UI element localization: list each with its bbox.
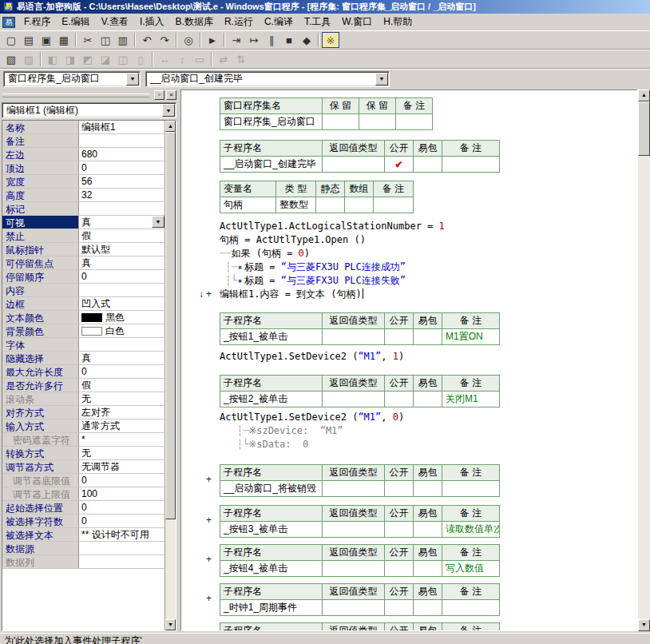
expand-toggle-icon[interactable]: +	[206, 474, 212, 485]
property-row[interactable]: 字体	[2, 338, 164, 352]
property-row[interactable]: 调节器方式无调节器	[2, 460, 164, 474]
dropdown-arrow-icon[interactable]: ▼	[152, 216, 164, 228]
code-table-cell[interactable]	[323, 561, 385, 577]
code-table-cell[interactable]	[323, 114, 359, 130]
align-right-icon[interactable]: ◨	[61, 51, 79, 67]
form-designer-icon[interactable]: ▧	[2, 51, 20, 67]
code-line[interactable]: ActUtlType1.ActLogicalStationNumber = 1	[220, 220, 445, 233]
dropdown-arrow-icon[interactable]: ▼	[162, 104, 175, 117]
code-table-cell[interactable]: _按钮1_被单击	[220, 329, 323, 345]
code-line[interactable]: 编辑框1.内容 = 到文本 (句柄)	[220, 288, 363, 301]
property-row[interactable]: 对齐方式左对齐	[2, 406, 164, 419]
code-table-cell[interactable]	[396, 114, 433, 130]
code-table-cell[interactable]	[385, 481, 414, 497]
insert-marker-icon[interactable]: ↓	[199, 288, 204, 300]
code-table-cell[interactable]	[323, 481, 385, 497]
save-all-icon[interactable]: ▦	[55, 32, 73, 48]
property-row[interactable]: 停留顺序0	[2, 270, 164, 284]
dropdown-arrow-icon[interactable]: ▼	[126, 73, 139, 85]
property-row[interactable]: 顶边0	[2, 161, 164, 175]
hand-tool-icon[interactable]: ◆	[298, 32, 315, 48]
code-table-cell[interactable]	[323, 329, 385, 345]
scroll-up-icon[interactable]: ▲	[165, 121, 176, 132]
menu-item-7[interactable]: C.编译	[259, 14, 299, 30]
code-table-cell[interactable]: M1置ON	[442, 329, 500, 345]
paste-icon[interactable]: ▥	[114, 32, 132, 48]
code-table-cell[interactable]: _按钮2_被单击	[220, 392, 323, 407]
code-table-cell[interactable]	[414, 329, 442, 345]
property-row[interactable]: 隐藏选择真	[2, 352, 164, 365]
code-table-cell[interactable]: 关闭M1	[442, 392, 500, 407]
center-horizontal-icon[interactable]: ◫	[114, 51, 132, 67]
property-row[interactable]: 数据列	[2, 555, 164, 569]
property-row[interactable]: 是否允许多行假	[2, 379, 164, 392]
code-line[interactable]: ┆└※sData: 0	[220, 438, 308, 451]
redo-icon[interactable]: ↷	[156, 32, 173, 48]
component-selector-combo[interactable]: 编辑框1 (编辑框) ▼	[2, 102, 176, 118]
property-row[interactable]: 背景颜色白色	[2, 324, 164, 338]
code-line[interactable]: ┆┄▪标题 = “与三菱FX3U PLC连接成功”	[220, 260, 406, 274]
scroll-down-icon[interactable]: ▼	[638, 619, 650, 631]
code-table-cell[interactable]	[323, 392, 385, 407]
code-table-cell[interactable]: 读取数值单次读取	[442, 522, 500, 538]
code-table-cell[interactable]	[414, 600, 442, 616]
code-table-cell[interactable]: __启动窗口_创建完毕	[220, 157, 323, 173]
center-vertical-icon[interactable]: ▯	[132, 51, 149, 67]
save-icon[interactable]: ▣	[38, 32, 55, 48]
code-table-cell[interactable]: _按钮3_被单击	[220, 522, 323, 538]
same-height-icon[interactable]: ↕	[173, 51, 191, 67]
event-handler-combo[interactable]: __启动窗口_创建完毕 ▼	[145, 71, 390, 87]
property-row[interactable]: 输入方式通常方式	[2, 419, 164, 433]
copy-icon[interactable]: ◫	[97, 32, 114, 48]
code-table-cell[interactable]	[414, 561, 442, 577]
space-vertical-icon[interactable]: ⇅	[232, 51, 250, 67]
menu-item-9[interactable]: W.窗口	[336, 14, 378, 30]
property-row[interactable]: 数据源	[2, 542, 164, 555]
menu-item-5[interactable]: B.数据库	[170, 14, 219, 30]
property-row[interactable]: 宽度56	[2, 175, 164, 189]
code-table-cell[interactable]	[345, 197, 374, 213]
code-table-cell[interactable]	[414, 481, 442, 497]
new-file-icon[interactable]: ▢	[2, 32, 20, 48]
debug-pause-icon[interactable]: ∥	[263, 32, 280, 48]
expand-toggle-icon[interactable]: +	[206, 554, 212, 565]
panel-grip[interactable]	[2, 93, 149, 97]
menu-item-3[interactable]: V.查看	[96, 14, 134, 30]
float-panel-icon[interactable]: ▫	[154, 90, 164, 100]
menu-item-8[interactable]: T.工具	[299, 14, 336, 30]
property-row[interactable]: 被选择字符数0	[2, 515, 164, 528]
space-horizontal-icon[interactable]: ⇄	[215, 51, 232, 67]
property-row[interactable]: 起始选择位置0	[2, 501, 164, 515]
scroll-down-icon[interactable]: ▼	[165, 619, 176, 630]
code-table-cell[interactable]	[442, 600, 500, 616]
expand-toggle-icon[interactable]: +	[206, 288, 212, 300]
expand-toggle-icon[interactable]: +	[206, 593, 212, 604]
scrollbar-thumb[interactable]	[165, 132, 176, 519]
property-row[interactable]: 可停留焦点真	[2, 256, 164, 270]
property-row[interactable]: 可视真▼	[2, 216, 164, 229]
code-line[interactable]: ActUtlType1.SetDevice2 (“M1”, 1)	[220, 350, 404, 364]
code-line[interactable]: 句柄 = ActUtlType1.Open ()	[220, 233, 366, 247]
code-table-cell[interactable]	[414, 157, 442, 173]
property-row[interactable]: 转换方式无	[2, 447, 164, 460]
find-icon[interactable]: ◎	[180, 32, 197, 48]
code-table-cell[interactable]	[385, 600, 414, 616]
align-bottom-icon[interactable]: ◪	[97, 51, 114, 67]
code-table-cell[interactable]	[323, 522, 385, 538]
code-line[interactable]: ┆┄※szDevice: “M1”	[220, 424, 343, 438]
property-row[interactable]: 调节器上限值100	[2, 487, 164, 501]
property-row[interactable]: 最大允许长度0	[2, 365, 164, 379]
code-table-cell[interactable]: _时钟1_周期事件	[220, 600, 323, 616]
undo-icon[interactable]: ↶	[138, 32, 156, 48]
code-table-cell[interactable]: 写入数值	[442, 561, 500, 577]
property-row[interactable]: 文本颜色黑色	[2, 311, 164, 324]
code-table-cell[interactable]	[316, 197, 345, 213]
property-row[interactable]: 内容	[2, 284, 164, 297]
menu-item-6[interactable]: R.运行	[219, 14, 259, 30]
code-line[interactable]: ┆└▪标题 = “与三菱FX3U PLC连接失败”	[220, 274, 406, 288]
tab-order-icon[interactable]: ▨	[20, 51, 38, 67]
code-table-cell[interactable]: 整数型	[276, 197, 316, 213]
code-table-cell[interactable]: 窗口程序集_启动窗口	[220, 114, 323, 130]
code-table-cell[interactable]	[442, 157, 500, 173]
property-row[interactable]: 边框凹入式	[2, 297, 164, 311]
